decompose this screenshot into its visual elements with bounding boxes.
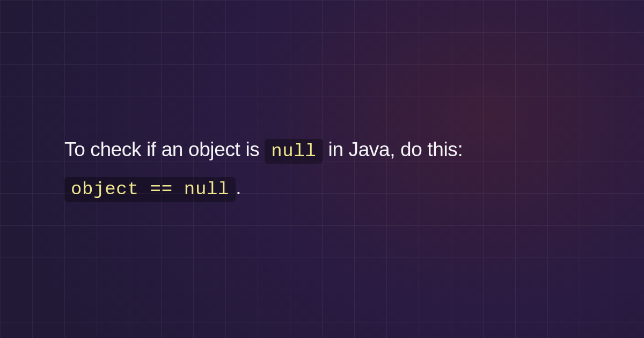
text-segment-2: in Java, do this: [323, 138, 463, 160]
text-segment-3: . [236, 177, 241, 199]
main-text-block: To check if an object is null in Java, d… [64, 131, 580, 207]
code-inline-expression: object == null [64, 177, 236, 202]
card-container: To check if an object is null in Java, d… [0, 0, 644, 338]
text-segment-1: To check if an object is [64, 138, 265, 160]
code-inline-null: null [265, 139, 323, 164]
